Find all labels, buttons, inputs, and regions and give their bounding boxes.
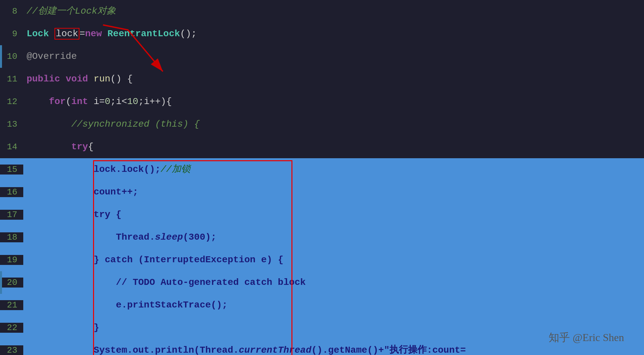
code-line: 13 //synchronized (this) { — [0, 113, 644, 136]
line-number: 16 — [0, 187, 23, 197]
code-line: 10@Override — [0, 45, 644, 68]
code-line: 21 e.printStackTrace(); — [0, 294, 644, 316]
code-line: 8//创建一个Lock对象 — [0, 0, 644, 23]
line-number: 9 — [0, 29, 23, 39]
code-line: 9Lock lock=new ReentrantLock(); — [0, 23, 644, 45]
watermark: 知乎 @Eric Shen — [549, 330, 624, 345]
line-number: 11 — [0, 74, 23, 84]
line-text: Thread.sleep(300); — [23, 226, 644, 249]
code-line: 14 try{ — [0, 136, 644, 158]
code-line: 16 count++; — [0, 181, 644, 203]
code-editor: 8//创建一个Lock对象9Lock lock=new ReentrantLoc… — [0, 0, 644, 355]
line-marker — [0, 271, 2, 294]
line-text: // TODO Auto-generated catch block — [23, 271, 644, 294]
line-marker — [0, 45, 2, 68]
code-line: 15 lock.lock();//加锁 — [0, 158, 644, 181]
line-text: public void run() { — [23, 68, 644, 90]
line-text: try { — [23, 203, 644, 226]
code-line: 22 } — [0, 316, 644, 339]
line-number: 23 — [0, 345, 23, 355]
line-number: 19 — [0, 255, 23, 265]
code-area: 8//创建一个Lock对象9Lock lock=new ReentrantLoc… — [0, 0, 644, 355]
line-text: //创建一个Lock对象 — [23, 0, 644, 23]
code-line: 18 Thread.sleep(300); — [0, 226, 644, 249]
code-line: 11public void run() { — [0, 68, 644, 90]
line-number: 10 — [0, 52, 23, 61]
line-text: //synchronized (this) { — [23, 113, 644, 136]
line-number: 13 — [0, 119, 23, 129]
code-line: 17 try { — [0, 203, 644, 226]
line-number: 18 — [0, 232, 23, 242]
line-text: for(int i=0;i<10;i++){ — [23, 90, 644, 113]
line-text: Lock lock=new ReentrantLock(); — [23, 23, 644, 45]
line-number: 8 — [0, 6, 23, 16]
line-number: 12 — [0, 97, 23, 107]
line-text: e.printStackTrace(); — [23, 294, 644, 316]
code-line: 19 } catch (InterruptedException e) { — [0, 249, 644, 271]
line-number: 21 — [0, 300, 23, 310]
line-number: 15 — [0, 165, 23, 175]
line-text: lock.lock();//加锁 — [23, 158, 644, 181]
line-number: 20 — [0, 278, 23, 288]
code-line: 20 // TODO Auto-generated catch block — [0, 271, 644, 294]
line-number: 17 — [0, 210, 23, 220]
line-number: 14 — [0, 142, 23, 152]
code-line: 12 for(int i=0;i<10;i++){ — [0, 90, 644, 113]
line-text: try{ — [23, 136, 644, 158]
code-line: 23 System.out.println(Thread.currentThre… — [0, 339, 644, 355]
line-text: count++; — [23, 181, 644, 203]
line-text: @Override — [23, 45, 644, 68]
line-text: } catch (InterruptedException e) { — [23, 249, 644, 271]
line-number: 22 — [0, 323, 23, 333]
